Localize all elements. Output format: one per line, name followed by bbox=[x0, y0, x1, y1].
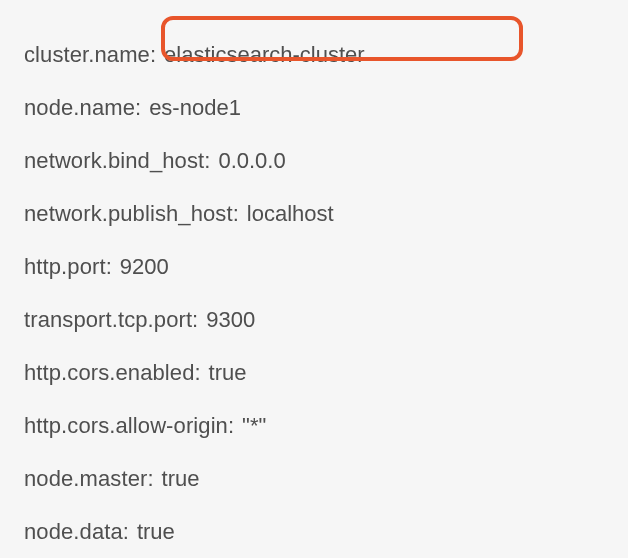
config-line-http-cors-enabled: http.cors.enabled: true bbox=[24, 346, 628, 399]
config-key: http.cors.enabled bbox=[24, 346, 194, 399]
colon-separator: : bbox=[135, 81, 141, 134]
config-key: node.data bbox=[24, 505, 123, 558]
config-line-transport-tcp-port: transport.tcp.port: 9300 bbox=[24, 293, 628, 346]
colon-separator: : bbox=[123, 505, 129, 558]
config-key: http.cors.allow-origin bbox=[24, 399, 228, 452]
config-key: transport.tcp.port bbox=[24, 293, 192, 346]
config-line-node-data: node.data: true bbox=[24, 505, 628, 558]
config-line-network-bind-host: network.bind_host: 0.0.0.0 bbox=[24, 134, 628, 187]
config-key: cluster.name bbox=[24, 28, 150, 81]
config-value: true bbox=[209, 346, 247, 399]
config-line-node-name: node.name: es-node1 bbox=[24, 81, 628, 134]
config-line-node-master: node.master: true bbox=[24, 452, 628, 505]
config-value: localhost bbox=[247, 187, 334, 240]
config-key: http.port bbox=[24, 240, 106, 293]
config-key: network.publish_host bbox=[24, 187, 233, 240]
config-value: true bbox=[137, 505, 175, 558]
colon-separator: : bbox=[228, 399, 234, 452]
colon-separator: : bbox=[192, 293, 198, 346]
config-value: 9200 bbox=[120, 240, 169, 293]
config-line-network-publish-host: network.publish_host: localhost bbox=[24, 187, 628, 240]
config-key: network.bind_host bbox=[24, 134, 204, 187]
config-value: 0.0.0.0 bbox=[218, 134, 285, 187]
config-line-cluster-name: cluster.name: elasticsearch-cluster bbox=[24, 28, 628, 81]
config-value: es-node1 bbox=[149, 81, 241, 134]
config-key: node.name bbox=[24, 81, 135, 134]
config-value: "*" bbox=[242, 399, 266, 452]
config-value: 9300 bbox=[206, 293, 255, 346]
colon-separator: : bbox=[106, 240, 112, 293]
config-value: true bbox=[162, 452, 200, 505]
colon-separator: : bbox=[204, 134, 210, 187]
config-snippet: cluster.name: elasticsearch-cluster node… bbox=[0, 0, 628, 558]
config-line-http-port: http.port: 9200 bbox=[24, 240, 628, 293]
colon-separator: : bbox=[233, 187, 239, 240]
colon-separator: : bbox=[194, 346, 200, 399]
config-key: node.master bbox=[24, 452, 147, 505]
config-value: elasticsearch-cluster bbox=[164, 28, 365, 81]
config-line-http-cors-allow-origin: http.cors.allow-origin: "*" bbox=[24, 399, 628, 452]
colon-separator: : bbox=[150, 28, 156, 81]
colon-separator: : bbox=[147, 452, 153, 505]
